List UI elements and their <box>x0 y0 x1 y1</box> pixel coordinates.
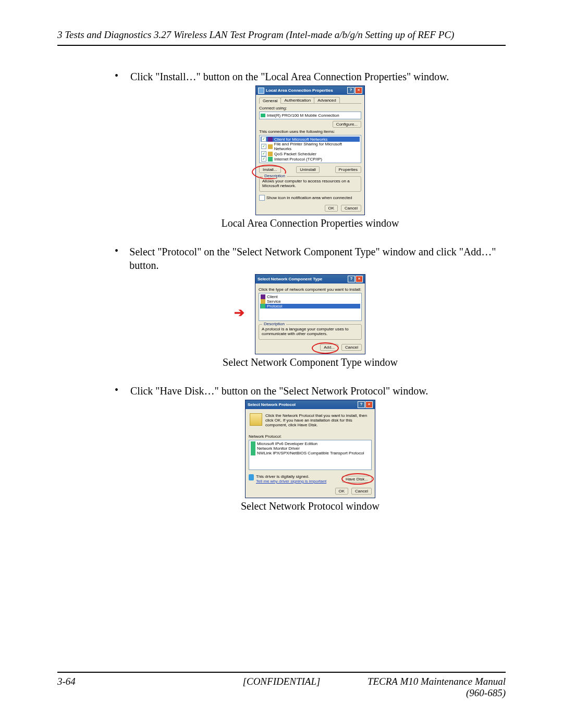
configure-button[interactable]: Configure... <box>333 121 361 128</box>
description-group: Description A protocol is a language you… <box>259 324 362 340</box>
bullet-icon: • <box>115 384 130 398</box>
list-item-label: File and Printer Sharing for Microsoft N… <box>274 142 359 151</box>
list-item[interactable]: Service <box>260 299 360 304</box>
figure-1-caption: Local Area Connection Properties window <box>221 217 399 229</box>
checkbox-icon[interactable]: ✓ <box>261 151 266 156</box>
have-disk-button[interactable]: Have Disk... <box>342 476 372 483</box>
page: 3 Tests and Diagnostics 3.27 Wireless LA… <box>0 0 563 728</box>
figure-2: ➔ Select Network Component Type ? × Clic… <box>115 274 506 368</box>
cancel-button[interactable]: Cancel <box>351 488 372 495</box>
ok-button[interactable]: OK <box>335 488 349 495</box>
page-number: 3-64 <box>57 676 207 699</box>
items-list[interactable]: ✓ Client for Microsoft Networks ✓ File a… <box>259 135 361 163</box>
close-icon[interactable]: × <box>365 401 373 408</box>
list-item-label: QoS Packet Scheduler <box>274 152 316 156</box>
list-item-label: Client <box>267 294 277 299</box>
protocol-list[interactable]: Microsoft IPv6 Developer Edition Network… <box>249 440 372 470</box>
tab-authentication[interactable]: Authentication <box>280 97 314 103</box>
checkbox-icon[interactable]: ✓ <box>261 144 266 149</box>
nic-field: Intel(R) PRO/100 M Mobile Connection <box>259 112 361 119</box>
tabs: General Authentication Advanced <box>259 97 361 104</box>
help-icon[interactable]: ? <box>347 87 354 94</box>
help-icon[interactable]: ? <box>358 401 365 408</box>
uninstall-button[interactable]: Uninstall <box>296 166 320 173</box>
list-item[interactable]: ✓ File and Printer Sharing for Microsoft… <box>261 142 360 151</box>
list-item[interactable]: Microsoft IPv6 Developer Edition <box>250 441 370 446</box>
cancel-button[interactable]: Cancel <box>341 344 362 351</box>
protocol-icon <box>251 441 255 446</box>
description-text: A protocol is a language your computer u… <box>262 327 359 336</box>
tab-general[interactable]: General <box>259 97 281 104</box>
list-item[interactable]: ✓ Client for Microsoft Networks <box>261 137 360 142</box>
list-item[interactable]: Network Monitor Driver <box>250 446 370 451</box>
list-item[interactable]: NWLink IPX/SPX/NetBIOS Compatible Transp… <box>250 451 370 455</box>
protocol-icon <box>251 446 255 451</box>
tab-advanced[interactable]: Advanced <box>314 97 340 103</box>
list-item-label: Protocol <box>267 304 282 309</box>
page-footer: 3-64 [CONFIDENTIAL] TECRA M10 Maintenanc… <box>57 672 506 699</box>
dialog-select-component-type: Select Network Component Type ? × Click … <box>255 274 365 354</box>
bullet-icon: • <box>115 70 130 83</box>
list-item[interactable]: Client <box>260 294 360 299</box>
window-title: Select Network Protocol <box>248 402 296 407</box>
instruction-text: Click the Network Protocol that you want… <box>265 413 371 427</box>
service-icon <box>268 152 273 156</box>
service-icon <box>268 144 273 149</box>
figure-3: Select Network Protocol ? × Click the Ne… <box>115 400 506 512</box>
list-item-label: NWLink IPX/SPX/NetBIOS Compatible Transp… <box>257 451 364 455</box>
list-item-label: Internet Protocol (TCP/IP) <box>274 157 322 162</box>
window-icon <box>258 88 264 94</box>
manual-title: TECRA M10 Maintenance Manual (960-685) <box>356 676 506 699</box>
annotation-arrow-icon: ➔ <box>234 305 244 320</box>
list-label: Network Protocol: <box>249 434 372 439</box>
nic-name: Intel(R) PRO/100 M Mobile Connection <box>267 113 339 118</box>
bullet-1: • Click "Install…" button on the "Local … <box>115 70 506 83</box>
list-item-label: Client for Microsoft Networks <box>274 137 327 142</box>
protocol-icon <box>251 451 255 455</box>
service-icon <box>261 299 265 304</box>
cancel-button[interactable]: Cancel <box>341 205 361 212</box>
list-item[interactable]: ✓ QoS Packet Scheduler <box>261 151 360 156</box>
confidential-label: [CONFIDENTIAL] <box>207 676 357 699</box>
bullet-3-text: Click "Have Disk…" button on the "Select… <box>130 384 428 398</box>
shield-icon <box>249 474 254 480</box>
signing-link[interactable]: Tell me why driver signing is important <box>256 479 326 484</box>
items-label: This connection uses the following items… <box>259 129 361 134</box>
list-item-label: Network Monitor Driver <box>257 446 300 451</box>
list-item-label: Microsoft IPv6 Developer Edition <box>257 441 317 446</box>
bullet-2: • Select "Protocol" on the "Select Netwo… <box>115 245 506 272</box>
checkbox-icon[interactable]: ✓ <box>261 156 266 162</box>
ok-button[interactable]: OK <box>325 205 338 212</box>
component-list[interactable]: Client Service Protocol <box>259 293 362 321</box>
description-text: Allows your computer to access resources… <box>262 179 358 188</box>
figure-2-caption: Select Network Component Type window <box>223 356 398 368</box>
install-button[interactable]: Install... <box>259 166 281 173</box>
nic-icon <box>261 114 265 117</box>
window-title: Select Network Component Type <box>258 277 322 281</box>
protocol-icon <box>268 157 273 162</box>
titlebar: Select Network Protocol ? × <box>246 400 375 409</box>
protocol-icon <box>261 304 265 309</box>
titlebar: Select Network Component Type ? × <box>255 275 365 283</box>
show-icon-label: Show icon in notification area when conn… <box>266 195 352 200</box>
signed-text: This driver is digitally signed. <box>256 474 326 479</box>
close-icon[interactable]: × <box>355 87 362 94</box>
description-title: Description <box>262 322 286 326</box>
titlebar: Local Area Connection Properties ? × <box>256 86 364 95</box>
bullet-2-text: Select "Protocol" on the "Select Network… <box>129 245 506 272</box>
dialog-select-network-protocol: Select Network Protocol ? × Click the Ne… <box>245 400 375 498</box>
add-button[interactable]: Add... <box>320 344 338 351</box>
list-item[interactable]: ✓ Internet Protocol (TCP/IP) <box>261 156 360 162</box>
list-item[interactable]: Protocol <box>260 304 360 309</box>
list-item-label: Service <box>267 299 281 304</box>
checkbox-show-icon[interactable] <box>259 195 265 201</box>
client-icon <box>261 294 265 299</box>
client-icon <box>268 137 273 142</box>
close-icon[interactable]: × <box>356 276 363 282</box>
checkbox-icon[interactable]: ✓ <box>261 137 266 142</box>
help-icon[interactable]: ? <box>348 276 355 282</box>
properties-button[interactable]: Properties <box>335 166 361 173</box>
description-title: Description <box>263 174 287 178</box>
bullet-3: • Click "Have Disk…" button on the "Sele… <box>115 384 506 398</box>
connect-using-label: Connect using: <box>259 106 361 110</box>
